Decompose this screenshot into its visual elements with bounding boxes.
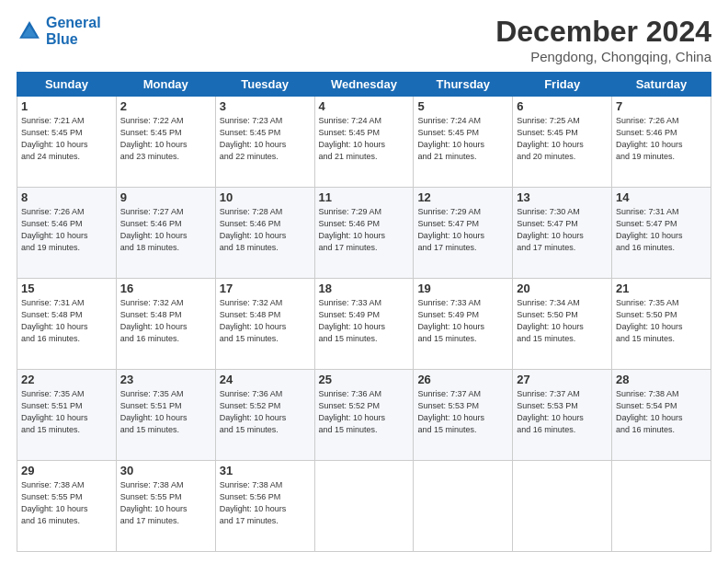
day-number: 18	[319, 282, 410, 295]
day-number: 27	[517, 373, 608, 386]
day-number: 13	[517, 190, 608, 204]
calendar-cell	[612, 461, 711, 552]
calendar-cell: 24Sunrise: 7:36 AM Sunset: 5:52 PM Dayli…	[215, 370, 314, 461]
day-info: Sunrise: 7:35 AM Sunset: 5:51 PM Dayligh…	[120, 388, 211, 436]
calendar-table: SundayMondayTuesdayWednesdayThursdayFrid…	[17, 72, 711, 552]
page: General Blue December 2024 Pengdong, Cho…	[0, 0, 728, 563]
day-number: 31	[220, 464, 311, 477]
day-number: 24	[220, 373, 311, 386]
calendar-cell: 23Sunrise: 7:35 AM Sunset: 5:51 PM Dayli…	[116, 370, 215, 461]
weekday-thursday: Thursday	[414, 73, 513, 97]
day-info: Sunrise: 7:24 AM Sunset: 5:45 PM Dayligh…	[319, 115, 410, 163]
day-info: Sunrise: 7:32 AM Sunset: 5:48 PM Dayligh…	[120, 297, 211, 345]
day-info: Sunrise: 7:37 AM Sunset: 5:53 PM Dayligh…	[517, 388, 608, 436]
day-info: Sunrise: 7:38 AM Sunset: 5:56 PM Dayligh…	[220, 479, 311, 527]
day-number: 6	[517, 99, 608, 113]
calendar-cell: 5Sunrise: 7:24 AM Sunset: 5:45 PM Daylig…	[414, 97, 513, 188]
day-info: Sunrise: 7:36 AM Sunset: 5:52 PM Dayligh…	[220, 388, 311, 436]
day-info: Sunrise: 7:32 AM Sunset: 5:48 PM Dayligh…	[220, 297, 311, 345]
title-block: December 2024 Pengdong, Chongqing, China	[495, 15, 711, 64]
day-info: Sunrise: 7:33 AM Sunset: 5:49 PM Dayligh…	[319, 297, 410, 345]
day-number: 5	[417, 99, 508, 113]
day-number: 12	[417, 190, 508, 204]
calendar-cell: 13Sunrise: 7:30 AM Sunset: 5:47 PM Dayli…	[513, 188, 612, 279]
week-row-2: 8Sunrise: 7:26 AM Sunset: 5:46 PM Daylig…	[17, 188, 711, 279]
day-number: 8	[21, 190, 112, 204]
day-number: 25	[319, 373, 410, 386]
calendar-cell: 8Sunrise: 7:26 AM Sunset: 5:46 PM Daylig…	[17, 188, 117, 279]
calendar-cell: 7Sunrise: 7:26 AM Sunset: 5:46 PM Daylig…	[612, 97, 711, 188]
day-info: Sunrise: 7:31 AM Sunset: 5:48 PM Dayligh…	[21, 297, 112, 345]
weekday-tuesday: Tuesday	[215, 73, 314, 97]
logo-icon	[17, 18, 42, 44]
calendar-cell: 22Sunrise: 7:35 AM Sunset: 5:51 PM Dayli…	[17, 370, 117, 461]
calendar-cell: 27Sunrise: 7:37 AM Sunset: 5:53 PM Dayli…	[513, 370, 612, 461]
day-number: 16	[120, 282, 211, 295]
day-number: 15	[21, 282, 112, 295]
calendar-cell: 3Sunrise: 7:23 AM Sunset: 5:45 PM Daylig…	[215, 97, 314, 188]
calendar-cell: 31Sunrise: 7:38 AM Sunset: 5:56 PM Dayli…	[215, 461, 314, 552]
weekday-friday: Friday	[513, 73, 612, 97]
weekday-header-row: SundayMondayTuesdayWednesdayThursdayFrid…	[17, 73, 711, 97]
day-info: Sunrise: 7:36 AM Sunset: 5:52 PM Dayligh…	[319, 388, 410, 436]
calendar-cell: 1Sunrise: 7:21 AM Sunset: 5:45 PM Daylig…	[17, 97, 117, 188]
day-number: 19	[417, 282, 508, 295]
day-info: Sunrise: 7:38 AM Sunset: 5:55 PM Dayligh…	[120, 479, 211, 527]
weekday-monday: Monday	[116, 73, 215, 97]
day-info: Sunrise: 7:24 AM Sunset: 5:45 PM Dayligh…	[417, 115, 508, 163]
day-number: 22	[21, 373, 112, 386]
day-number: 21	[616, 282, 707, 295]
day-number: 2	[120, 99, 211, 113]
calendar-cell: 11Sunrise: 7:29 AM Sunset: 5:46 PM Dayli…	[314, 188, 414, 279]
day-info: Sunrise: 7:31 AM Sunset: 5:47 PM Dayligh…	[616, 206, 707, 254]
day-number: 17	[220, 282, 311, 295]
day-number: 29	[21, 464, 112, 477]
calendar-cell: 29Sunrise: 7:38 AM Sunset: 5:55 PM Dayli…	[17, 461, 117, 552]
calendar-cell	[414, 461, 513, 552]
calendar-cell: 25Sunrise: 7:36 AM Sunset: 5:52 PM Dayli…	[314, 370, 414, 461]
day-info: Sunrise: 7:38 AM Sunset: 5:55 PM Dayligh…	[21, 479, 112, 527]
header: General Blue December 2024 Pengdong, Cho…	[17, 15, 711, 64]
week-row-5: 29Sunrise: 7:38 AM Sunset: 5:55 PM Dayli…	[17, 461, 711, 552]
day-info: Sunrise: 7:30 AM Sunset: 5:47 PM Dayligh…	[517, 206, 608, 254]
day-info: Sunrise: 7:37 AM Sunset: 5:53 PM Dayligh…	[417, 388, 508, 436]
week-row-1: 1Sunrise: 7:21 AM Sunset: 5:45 PM Daylig…	[17, 97, 711, 188]
calendar-cell: 10Sunrise: 7:28 AM Sunset: 5:46 PM Dayli…	[215, 188, 314, 279]
calendar-cell: 16Sunrise: 7:32 AM Sunset: 5:48 PM Dayli…	[116, 279, 215, 370]
calendar-cell	[513, 461, 612, 552]
week-row-4: 22Sunrise: 7:35 AM Sunset: 5:51 PM Dayli…	[17, 370, 711, 461]
day-number: 7	[616, 99, 707, 113]
calendar-cell: 17Sunrise: 7:32 AM Sunset: 5:48 PM Dayli…	[215, 279, 314, 370]
day-info: Sunrise: 7:22 AM Sunset: 5:45 PM Dayligh…	[120, 115, 211, 163]
day-info: Sunrise: 7:26 AM Sunset: 5:46 PM Dayligh…	[616, 115, 707, 163]
calendar-cell: 2Sunrise: 7:22 AM Sunset: 5:45 PM Daylig…	[116, 97, 215, 188]
calendar-cell: 30Sunrise: 7:38 AM Sunset: 5:55 PM Dayli…	[116, 461, 215, 552]
day-info: Sunrise: 7:21 AM Sunset: 5:45 PM Dayligh…	[21, 115, 112, 163]
weekday-sunday: Sunday	[17, 73, 117, 97]
day-info: Sunrise: 7:23 AM Sunset: 5:45 PM Dayligh…	[220, 115, 311, 163]
day-info: Sunrise: 7:26 AM Sunset: 5:46 PM Dayligh…	[21, 206, 112, 254]
day-info: Sunrise: 7:33 AM Sunset: 5:49 PM Dayligh…	[417, 297, 508, 345]
calendar-cell: 15Sunrise: 7:31 AM Sunset: 5:48 PM Dayli…	[17, 279, 117, 370]
day-info: Sunrise: 7:29 AM Sunset: 5:47 PM Dayligh…	[417, 206, 508, 254]
day-info: Sunrise: 7:25 AM Sunset: 5:45 PM Dayligh…	[517, 115, 608, 163]
day-number: 28	[616, 373, 707, 386]
calendar-cell: 26Sunrise: 7:37 AM Sunset: 5:53 PM Dayli…	[414, 370, 513, 461]
day-number: 1	[21, 99, 112, 113]
day-number: 9	[120, 190, 211, 204]
day-info: Sunrise: 7:38 AM Sunset: 5:54 PM Dayligh…	[616, 388, 707, 436]
weekday-wednesday: Wednesday	[314, 73, 414, 97]
week-row-3: 15Sunrise: 7:31 AM Sunset: 5:48 PM Dayli…	[17, 279, 711, 370]
day-number: 26	[417, 373, 508, 386]
calendar-subtitle: Pengdong, Chongqing, China	[495, 49, 711, 64]
calendar-cell: 4Sunrise: 7:24 AM Sunset: 5:45 PM Daylig…	[314, 97, 414, 188]
day-number: 11	[319, 190, 410, 204]
day-number: 14	[616, 190, 707, 204]
day-info: Sunrise: 7:34 AM Sunset: 5:50 PM Dayligh…	[517, 297, 608, 345]
calendar-cell: 18Sunrise: 7:33 AM Sunset: 5:49 PM Dayli…	[314, 279, 414, 370]
logo: General Blue	[17, 15, 101, 47]
calendar-cell: 21Sunrise: 7:35 AM Sunset: 5:50 PM Dayli…	[612, 279, 711, 370]
day-number: 23	[120, 373, 211, 386]
calendar-cell: 19Sunrise: 7:33 AM Sunset: 5:49 PM Dayli…	[414, 279, 513, 370]
day-info: Sunrise: 7:29 AM Sunset: 5:46 PM Dayligh…	[319, 206, 410, 254]
